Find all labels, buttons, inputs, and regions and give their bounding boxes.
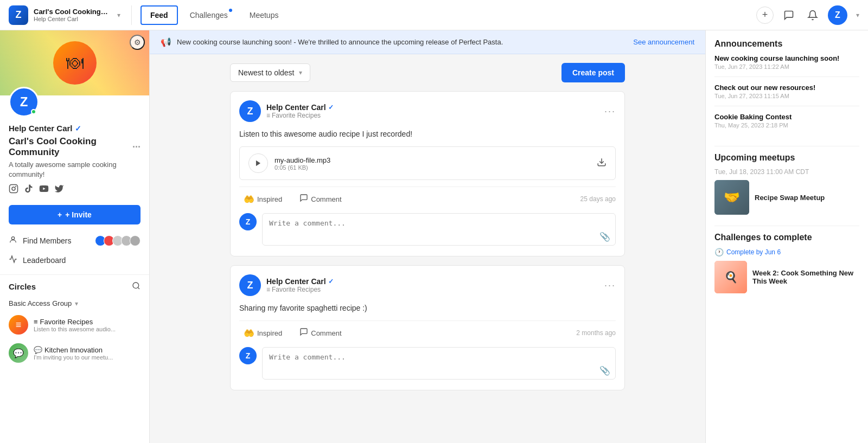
challenge-card[interactable]: 🍳 Week 2: Cook Something New This Week xyxy=(714,261,859,293)
circle-item-favorite-recipes[interactable]: ≡ ≡ Favorite Recipes Listen to this awes… xyxy=(0,311,149,339)
circle-item-kitchen[interactable]: 💬 💬 Kitchen Innovation I'm inviting you … xyxy=(0,339,149,367)
sort-chevron-icon: ▾ xyxy=(299,69,302,76)
challenge-text: Week 2: Cook Something New This Week xyxy=(752,269,859,285)
announcement-title: New cooking course launching soon! xyxy=(714,54,859,62)
clock-icon: 🕐 xyxy=(714,248,724,256)
inspired-icon: 🤲 xyxy=(244,194,254,204)
person-icon xyxy=(9,235,17,246)
brand-avatar: Z xyxy=(9,5,28,25)
comment-avatar: Z xyxy=(239,213,257,230)
brand-chevron-icon: ▾ xyxy=(117,11,120,19)
audio-meta: 0:05 (61 KB) xyxy=(275,164,590,171)
meetups-section: Upcoming meetups Tue, Jul 18, 2023 11:00… xyxy=(714,153,859,215)
right-divider xyxy=(714,226,859,226)
social-links xyxy=(9,184,141,196)
member-avatar xyxy=(130,235,141,246)
instagram-icon[interactable] xyxy=(9,184,18,196)
svg-line-6 xyxy=(138,287,139,289)
nav-right-actions: + Z ▾ xyxy=(756,5,859,25)
top-nav: Z Carl's Cool Cooking Com... Help Center… xyxy=(0,0,868,30)
meetup-date: Tue, Jul 18, 2023 11:00 AM CDT xyxy=(714,168,859,176)
tab-meetups[interactable]: Meetups xyxy=(240,5,289,25)
comment-input[interactable] xyxy=(262,347,616,380)
inspired-button[interactable]: 🤲 Inspired xyxy=(239,192,286,207)
audio-info: my-audio-file.mp3 0:05 (61 KB) xyxy=(275,156,590,171)
tiktok-icon[interactable] xyxy=(24,184,34,196)
chat-icon[interactable] xyxy=(780,7,797,24)
comment-button[interactable]: Comment xyxy=(295,325,346,341)
main-feed: 📢 New cooking course launching soon! - W… xyxy=(150,30,705,443)
user-chevron-icon: ▾ xyxy=(856,11,859,19)
announcement-title: Check out our new resources! xyxy=(714,84,859,92)
basic-access-group[interactable]: Basic Access Group ▾ xyxy=(0,296,149,311)
hero-bg: 🍽 xyxy=(0,30,149,95)
tab-challenges[interactable]: Challenges xyxy=(180,5,238,25)
post-author-name: Help Center Carl ✓ xyxy=(266,103,599,112)
tab-feed[interactable]: Feed xyxy=(141,5,178,25)
announcements-title: Announcements xyxy=(714,39,859,49)
sidebar-settings-button[interactable]: ⚙ xyxy=(130,35,145,50)
attach-icon[interactable]: 📎 xyxy=(599,365,610,376)
svg-point-4 xyxy=(11,237,14,240)
challenges-title: Challenges to complete xyxy=(714,233,859,242)
meetup-card[interactable]: 🤝 Recipe Swap Meetup xyxy=(714,180,859,215)
circles-search-icon[interactable] xyxy=(132,281,141,292)
brand-name: Carl's Cool Cooking Com... xyxy=(34,8,110,16)
sidebar-avatar-wrap: Z xyxy=(9,87,39,117)
user-avatar[interactable]: Z xyxy=(828,5,847,25)
comment-button[interactable]: Comment xyxy=(295,191,346,207)
left-sidebar: 🍽 ⚙ Z Help Center Carl ✓ xyxy=(0,30,150,443)
comment-icon xyxy=(299,194,308,204)
circle-channel-icon: 💬 xyxy=(34,346,42,354)
post-author-avatar: Z xyxy=(239,274,261,296)
announcement-title: Cookie Baking Contest xyxy=(714,113,859,121)
inspired-button[interactable]: 🤲 Inspired xyxy=(239,326,286,341)
add-button[interactable]: + xyxy=(756,7,774,24)
post-more-button[interactable]: ··· xyxy=(604,280,616,291)
nav-brand[interactable]: Z Carl's Cool Cooking Com... Help Center… xyxy=(9,5,132,25)
circle-text: 💬 Kitchen Innovation I'm inviting you to… xyxy=(34,346,141,361)
twitter-icon[interactable] xyxy=(54,184,64,196)
post-channel: ≡ Favorite Recipes xyxy=(266,112,599,119)
sidebar-links: Find Members Leaderboard xyxy=(0,229,149,272)
youtube-icon[interactable] xyxy=(39,184,49,196)
announcement-date: Thu, May 25, 2023 2:18 PM xyxy=(714,122,859,129)
svg-rect-0 xyxy=(10,185,18,193)
post-text: Listen to this awesome audio recipe I ju… xyxy=(239,129,616,140)
circle-avatar-recipes: ≡ xyxy=(9,315,28,335)
settings-icon: ⚙ xyxy=(134,38,141,47)
channel-icon: ≡ xyxy=(266,112,270,119)
post-author-info: Help Center Carl ✓ ≡ Favorite Recipes xyxy=(266,103,599,119)
circle-name: ≡ Favorite Recipes xyxy=(34,318,141,326)
feed-toolbar: Newest to oldest ▾ Create post xyxy=(230,63,625,82)
announcement-text: New cooking course launching soon! - We'… xyxy=(177,38,503,46)
find-members-link[interactable]: Find Members xyxy=(0,231,149,251)
verified-badge: ✓ xyxy=(75,124,81,133)
attach-icon[interactable]: 📎 xyxy=(599,232,610,242)
invite-button[interactable]: + + Invite xyxy=(9,205,141,224)
right-sidebar: Announcements New cooking course launchi… xyxy=(705,30,868,443)
audio-download-button[interactable] xyxy=(597,157,607,170)
post-more-button[interactable]: ··· xyxy=(604,106,616,117)
create-post-button[interactable]: Create post xyxy=(561,63,625,82)
post-actions: 🤲 Inspired Comment 2 months ago xyxy=(239,320,616,341)
post-author-avatar: Z xyxy=(239,100,261,122)
community-more-button[interactable]: ··· xyxy=(132,142,141,153)
bell-icon[interactable] xyxy=(804,7,821,24)
author-verified-badge: ✓ xyxy=(328,278,334,285)
see-announcement-link[interactable]: See announcement xyxy=(633,38,694,46)
leaderboard-link[interactable]: Leaderboard xyxy=(0,251,149,270)
sort-dropdown[interactable]: Newest to oldest ▾ xyxy=(230,63,310,82)
audio-file-card: my-audio-file.mp3 0:05 (61 KB) xyxy=(239,146,616,180)
comment-input-wrap: 📎 xyxy=(262,213,616,247)
comment-input[interactable] xyxy=(262,213,616,246)
sidebar-info: Help Center Carl ✓ Carl's Cool Cooking C… xyxy=(0,117,149,201)
audio-play-button[interactable] xyxy=(248,153,268,173)
megaphone-icon: 📢 xyxy=(161,37,171,47)
brand-text: Carl's Cool Cooking Com... Help Center C… xyxy=(34,8,110,22)
right-divider xyxy=(714,146,859,146)
post-author-info: Help Center Carl ✓ ≡ Favorite Recipes xyxy=(266,277,599,293)
comment-box: Z 📎 xyxy=(239,213,616,247)
svg-point-1 xyxy=(12,187,15,190)
post-card: Z Help Center Carl ✓ ≡ Favorite Recipes xyxy=(230,91,625,256)
